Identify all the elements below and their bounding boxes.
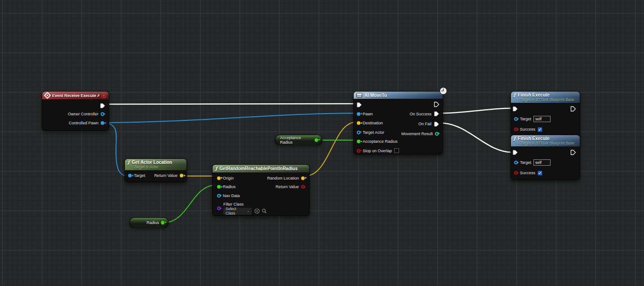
pin-label: Pawn [363,112,373,116]
browse-search-icon[interactable] [262,208,267,214]
variable-label: Radius [147,220,159,225]
origin-pin[interactable] [217,176,221,180]
node-subtitle: Target is BTTask Blueprint Base [514,141,577,145]
blueprint-graph-canvas[interactable]: Event Receive Execute AI Owner Controlle… [0,0,644,286]
target-pin[interactable] [514,161,518,164]
success-checkbox[interactable] [537,171,542,176]
pawn-pin[interactable] [357,112,360,116]
latent-clock-icon [440,87,447,97]
return-value-pin[interactable] [180,174,183,177]
node-subtitle: Target is BTTask Blueprint Base [514,97,577,102]
wire-exec-event-to-aimoveto[interactable] [105,104,356,104]
node-header[interactable]: Event Receive Execute AI [42,92,109,99]
node-get-random-reachable-point-in-radius[interactable]: ƒ GetRandomReachablePointInRadius Origin… [212,164,310,216]
node-header[interactable]: ƒ Get Actor Location Target is Actor [125,159,187,170]
pin-label: Target [134,173,145,178]
async-task-icon [356,93,362,98]
pin-label: Target [520,160,531,165]
random-location-pin[interactable] [301,176,305,180]
radius-pin[interactable] [217,185,221,189]
pin-label: Random Location [267,176,299,180]
node-title: Finish Execute [518,136,550,141]
node-get-actor-location[interactable]: ƒ Get Actor Location Target is Actor Tar… [124,158,187,182]
controlled-pawn-pin[interactable] [101,121,104,125]
pin-label: Origin [223,176,234,180]
exec-input-pin[interactable] [356,102,362,108]
stop-on-overlap-checkbox[interactable] [394,148,399,153]
pin-label: Acceptance Radius [363,139,398,144]
variable-node-acceptance-radius[interactable]: Acceptance Radius [275,135,322,145]
chevron-down-icon: ⌄ [247,210,250,212]
node-ai-move-to[interactable]: AI MoveTo Pawn Destination Target Actor [353,91,443,154]
success-checkbox[interactable] [537,127,542,132]
on-fail-pin[interactable] [434,121,440,127]
acceptance-radius-pin[interactable] [357,140,360,143]
node-title: Event Receive Execute AI [52,93,99,98]
success-pin[interactable] [514,128,518,131]
node-subtitle: Target is Actor [128,165,184,169]
variable-node-radius[interactable]: Radius [129,217,169,228]
pin-label: Nav Data [223,194,240,198]
select-class-dropdown[interactable]: Select Class ⌄ [223,207,252,215]
pin-label: Movement Result [401,132,433,136]
acceptance-radius-output-pin[interactable] [315,138,318,142]
override-indicator-icon [102,93,106,98]
pin-label: On Success [409,112,431,116]
node-header[interactable]: ƒ Finish Execute Target is BTTask Bluepr… [511,92,580,103]
node-finish-execute-success[interactable]: ƒ Finish Execute Target is BTTask Bluepr… [511,91,580,136]
wire-onfail-to-finishexecute[interactable] [440,123,512,152]
function-icon: ƒ [128,160,129,165]
node-title: Get Actor Location [132,160,172,165]
node-header[interactable]: ƒ GetRandomReachablePointInRadius [213,165,309,172]
movement-result-pin[interactable] [435,132,439,136]
return-value-pin[interactable] [301,185,305,189]
exec-input-pin[interactable] [512,106,518,112]
radius-output-pin[interactable] [161,221,164,224]
exec-output-pin[interactable] [570,106,576,112]
destination-pin[interactable] [357,121,360,125]
wire-controlledpawn-to-getactorlocation-target[interactable] [105,123,127,176]
node-title: GetRandomReachablePointInRadius [219,166,298,171]
exec-input-pin[interactable] [512,150,518,155]
pin-label: Return Value [154,173,178,178]
pin-label: Destination [363,121,383,125]
node-header[interactable]: AI MoveTo [354,92,443,99]
pin-label: On Fail [418,122,431,126]
node-title: AI MoveTo [364,93,387,98]
function-icon: ƒ [215,167,217,171]
event-icon [44,92,51,99]
wire-randomlocation-to-destination[interactable] [305,122,356,176]
target-value-field[interactable] [533,116,551,122]
target-value-field[interactable] [533,159,551,166]
node-event-receive-execute-ai[interactable]: Event Receive Execute AI Owner Controlle… [42,91,109,131]
filter-class-pin[interactable] [217,207,221,210]
pin-label: Success [520,171,535,175]
pin-label: Controlled Pawn [69,121,98,125]
success-pin[interactable] [514,171,518,175]
pin-label: Target [520,117,531,121]
target-pin[interactable] [128,174,132,177]
wire-radiusvar-to-radius[interactable] [164,185,216,223]
on-success-pin[interactable] [434,111,440,117]
exec-output-pin[interactable] [570,150,576,155]
wire-onsuccess-to-finishexecute[interactable] [440,108,512,113]
node-title: Finish Execute [518,92,550,97]
pin-label: Filter Class [223,202,267,207]
owner-controller-pin[interactable] [101,112,104,116]
pin-label: Return Value [275,185,299,189]
target-pin[interactable] [514,117,518,121]
function-icon: ƒ [514,93,515,97]
target-actor-pin[interactable] [357,131,360,134]
stop-on-overlap-pin[interactable] [357,149,360,153]
pin-label: Stop on Overlap [363,149,392,153]
nav-data-pin[interactable] [217,194,221,198]
wire-controlledpawn-to-pawn[interactable] [105,113,356,123]
variable-label: Acceptance Radius [280,136,313,145]
exec-output-pin[interactable] [434,101,440,107]
use-selected-asset-icon[interactable] [254,208,260,214]
pin-label: Radius [223,185,235,189]
node-header[interactable]: ƒ Finish Execute Target is BTTask Bluepr… [511,135,580,146]
select-class-label: Select Class [226,207,243,216]
node-finish-execute-fail[interactable]: ƒ Finish Execute Target is BTTask Bluepr… [511,135,580,180]
exec-output-pin[interactable] [100,103,106,109]
